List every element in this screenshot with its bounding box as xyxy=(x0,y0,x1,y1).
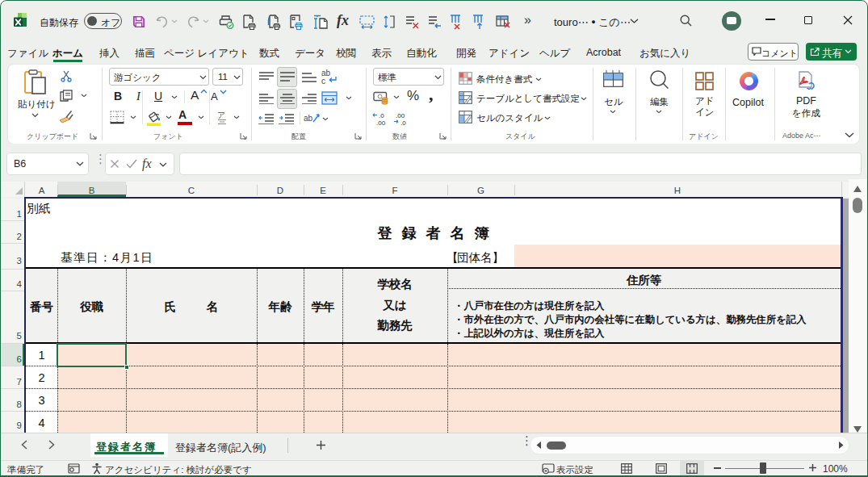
svg-text:ab: ab xyxy=(304,114,313,123)
svg-text:ア: ア xyxy=(217,111,225,119)
svg-text:c: c xyxy=(321,77,325,85)
svg-text:.00: .00 xyxy=(376,119,386,126)
svg-text:.0: .0 xyxy=(400,119,406,126)
